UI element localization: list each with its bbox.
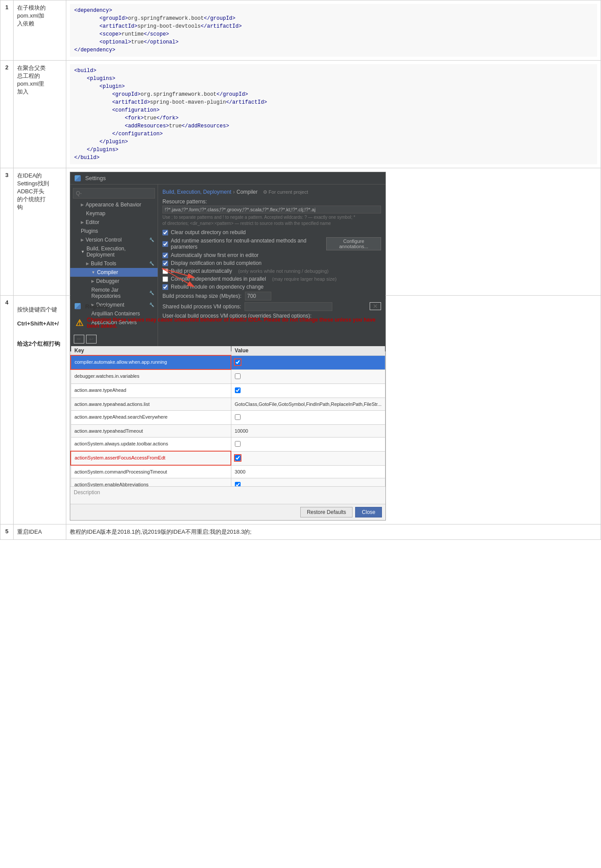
checkbox-clear-output-label: Clear output directory on rebuild <box>171 229 246 235</box>
registry-checkbox[interactable] <box>235 455 241 461</box>
breadcrumb-part2: Compiler <box>237 189 258 195</box>
step-desc-5: 重启IDEA <box>14 524 66 540</box>
row-1: 1 在子模块的 pom.xml加 入依赖 <dependency> <group… <box>0 0 601 61</box>
checkbox-runtime-assertions-input[interactable] <box>162 241 168 247</box>
checkbox-clear-output-input[interactable] <box>162 230 168 235</box>
sidebar-label-build: Build, Execution, Deployment <box>86 246 154 258</box>
registry-row[interactable]: action.aware.typeaheadTimeout10000 <box>71 424 385 437</box>
sidebar-item-editor[interactable]: ▶ Editor <box>70 218 158 227</box>
step-content-5: 教程的IDEA版本是2018.1的,说2019版的IDEA不用重启;我的是201… <box>66 524 601 540</box>
toolbar-pencil-button[interactable]: ✏ <box>74 335 84 344</box>
step-desc-4: 按快捷键四个键 Ctrl+Shift+Alt+/ 给这2个红框打钩 <box>14 296 66 524</box>
sidebar-item-keymap[interactable]: Keymap <box>70 209 158 218</box>
checkbox-parallel: Compile independent modules in parallel … <box>162 276 381 282</box>
step5-content-text: 教程的IDEA版本是2018.1的,说2019版的IDEA不用重启;我的是201… <box>70 528 252 535</box>
sidebar-label-arquillian: Arquillian Containers <box>91 311 140 317</box>
registry-row[interactable]: actionSystem.assertFocusAccessFromEdt <box>71 451 385 465</box>
registry-key-cell: actionSystem.commandProcessingTimeout <box>71 465 231 478</box>
registry-value-cell[interactable] <box>231 355 385 369</box>
sidebar-item-appearance[interactable]: ▶ Appearance & Behavior <box>70 200 158 209</box>
sidebar-item-vcs[interactable]: ▶ Version Control 🔧 <box>70 235 158 244</box>
checkbox-show-first-error: Automatically show first error in editor <box>162 252 381 258</box>
registry-value-cell[interactable] <box>231 451 385 465</box>
settings-dialog-title: Settings <box>85 175 106 181</box>
hint-line2: of directories; <dir_name>:<pattern> — r… <box>162 221 331 226</box>
sidebar-item-plugins[interactable]: Plugins <box>70 227 158 235</box>
step4-instruction: 给这2个红框打钩 <box>17 340 60 347</box>
col-value-header: Value <box>231 346 385 356</box>
step-number-2: 2 <box>0 61 14 168</box>
registry-row[interactable]: compiler.automake.allow.when.app.running <box>71 355 385 369</box>
checkbox-runtime-assertions: Add runtime assertions for notnull-annot… <box>162 237 381 250</box>
registry-title-text: Registry <box>85 303 108 310</box>
registry-row[interactable]: action.aware.typeAhead <box>71 383 385 398</box>
resource-patterns-hint: Use ; to separate patterns and ! to nega… <box>162 214 381 227</box>
registry-checkbox[interactable] <box>235 387 241 393</box>
step-number-3: 3 <box>0 168 14 296</box>
registry-checkbox[interactable] <box>235 373 241 379</box>
shared-vm-input[interactable] <box>245 302 332 311</box>
step-desc-3: 在IDEA的 Settings找到 ADBC开头 的个统统打 钩 <box>14 168 66 296</box>
registry-row[interactable]: actionSystem.enableAbbreviations <box>71 478 385 487</box>
checkbox-build-auto-input[interactable] <box>162 268 168 274</box>
registry-value-cell[interactable]: 10000 <box>231 424 385 437</box>
registry-value-cell[interactable] <box>231 478 385 487</box>
registry-value-cell[interactable] <box>231 410 385 424</box>
shared-vm-row: Shared build process VM options: <box>162 302 381 311</box>
sidebar-item-compiler[interactable]: ▼ Compiler <box>70 268 158 277</box>
registry-warning-text: Changing these values may cause unwanted… <box>87 317 380 329</box>
checkbox-rebuild-module-input[interactable] <box>162 284 168 290</box>
checkbox-notification-build-input[interactable] <box>162 260 168 266</box>
row-5: 5 重启IDEA 教程的IDEA版本是2018.1的,说2019版的IDEA不用… <box>0 524 601 540</box>
sidebar-item-debugger[interactable]: ▶ Debugger <box>70 277 158 286</box>
sidebar-item-build[interactable]: ▼ Build, Execution, Deployment <box>70 244 158 259</box>
registry-row[interactable]: actionSystem.commandProcessingTimeout300… <box>71 465 385 478</box>
registry-row[interactable]: action.aware.typeAhead.searchEverywhere <box>71 410 385 424</box>
configure-annotations-button[interactable]: Configure annotations... <box>326 237 381 250</box>
step4-hotkey: Ctrl+Shift+Alt+/ <box>17 320 59 327</box>
registry-key-cell: action.aware.typeaheadTimeout <box>71 424 231 437</box>
checkbox-build-auto-label: Build project automatically <box>171 268 232 274</box>
heap-size-label: Build process heap size (Mbytes): <box>162 293 241 299</box>
registry-description-label: Description <box>74 489 100 495</box>
code-block-2: <build> <plugins> <plugin> <groupId>org.… <box>70 64 597 164</box>
settings-dialog-icon <box>75 175 81 181</box>
checkbox-show-first-error-input[interactable] <box>162 253 168 258</box>
registry-row[interactable]: action.aware.typeahead.actions.listGotoC… <box>71 398 385 410</box>
registry-checkbox[interactable] <box>235 482 241 486</box>
registry-checkbox[interactable] <box>235 414 241 420</box>
toolbar-undo-button[interactable]: ↩ <box>86 335 97 344</box>
resource-patterns-input[interactable] <box>162 206 381 213</box>
registry-value-cell[interactable]: 3000 <box>231 465 385 478</box>
settings-search-input[interactable] <box>73 188 155 199</box>
sidebar-label-remotejar: Remote Jar Repositories <box>91 287 148 299</box>
hint-line1: Use ; to separate patterns and ! to nega… <box>162 215 355 220</box>
registry-value-cell[interactable] <box>231 383 385 398</box>
sidebar-item-buildtools[interactable]: ▶ Build Tools 🔧 <box>70 259 158 268</box>
warning-icon: ⚠ <box>76 318 83 328</box>
breadcrumb: Build, Execution, Deployment › Compiler … <box>162 189 381 195</box>
registry-close-x-button[interactable]: ✕ <box>370 302 381 310</box>
registry-key-cell: action.aware.typeahead.actions.list <box>71 398 231 410</box>
remotejar-badge: 🔧 <box>149 291 154 295</box>
registry-description-box: Description <box>70 486 385 504</box>
registry-value-cell[interactable]: GotoClass,GotoFile,GotoSymbol,FindInPath… <box>231 398 385 410</box>
checkbox-parallel-input[interactable] <box>162 276 168 282</box>
registry-value-cell[interactable] <box>231 369 385 383</box>
registry-checkbox[interactable] <box>235 441 241 447</box>
sidebar-label-debugger: Debugger <box>96 278 119 284</box>
breadcrumb-part1[interactable]: Build, Execution, Deployment <box>162 189 231 195</box>
restore-defaults-button[interactable]: Restore Defaults <box>300 507 353 517</box>
heap-size-input[interactable] <box>245 292 271 300</box>
sidebar-item-remotejar[interactable]: Remote Jar Repositories 🔧 <box>70 286 158 300</box>
registry-value-cell[interactable] <box>231 437 385 451</box>
registry-key-cell: actionSystem.assertFocusAccessFromEdt <box>71 451 231 465</box>
registry-row[interactable]: actionSystem.always.update.toolbar.actio… <box>71 437 385 451</box>
heap-size-row: Build process heap size (Mbytes): <box>162 292 381 300</box>
row-2: 2 在聚合父类 总工程的 pom.xml里 加入 <build> <plugin… <box>0 61 601 168</box>
registry-row[interactable]: debugger.watches.in.variables <box>71 369 385 383</box>
arrow-icon-debugger: ▶ <box>91 279 94 283</box>
registry-checkbox[interactable] <box>235 359 241 365</box>
arrow-icon-vcs: ▶ <box>81 238 84 242</box>
registry-close-button[interactable]: Close <box>355 507 382 517</box>
